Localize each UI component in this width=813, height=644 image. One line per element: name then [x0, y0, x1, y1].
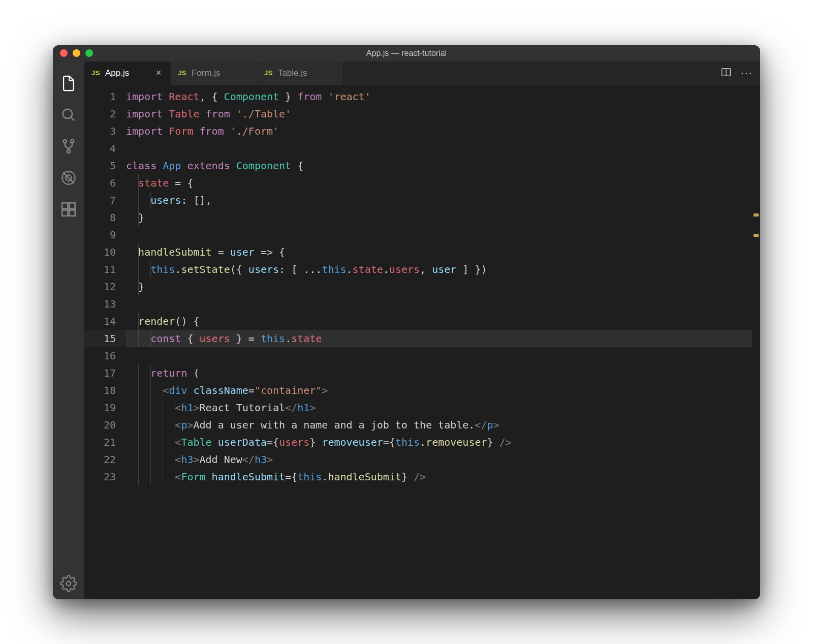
line-number[interactable]: 5 — [84, 157, 116, 174]
window-body: JSApp.js×JSForm.jsJSTable.js ··· 1234567… — [53, 62, 760, 599]
svg-line-6 — [63, 172, 74, 183]
explorer-icon[interactable] — [53, 68, 84, 99]
extensions-icon[interactable] — [53, 194, 84, 225]
indent-guide — [150, 364, 151, 382]
indent-guide — [138, 382, 139, 399]
indent-guide — [150, 330, 151, 347]
line-number[interactable]: 16 — [84, 347, 116, 364]
code-line[interactable] — [126, 140, 752, 157]
line-number[interactable]: 19 — [84, 399, 116, 416]
ruler-mark[interactable] — [754, 213, 759, 217]
code-line[interactable]: import React, { Component } from 'react' — [126, 88, 752, 105]
svg-point-12 — [67, 581, 71, 586]
indent-guide — [163, 451, 163, 468]
titlebar[interactable]: App.js — react-tutorial — [53, 45, 760, 62]
ruler-mark[interactable] — [754, 234, 759, 237]
indent-guide — [175, 399, 175, 416]
code-line[interactable]: } — [126, 278, 752, 295]
code-line[interactable]: <Form handleSubmit={this.handleSubmit} /… — [126, 468, 752, 485]
line-number[interactable]: 13 — [84, 295, 116, 313]
indent-guide — [138, 261, 139, 278]
maximize-window-button[interactable] — [85, 49, 93, 57]
indent-guide — [163, 416, 163, 434]
code-line[interactable]: <p>Add a user with a name and a job to t… — [126, 416, 752, 434]
indent-guide — [138, 278, 139, 295]
code-content[interactable]: import React, { Component } from 'react'… — [126, 85, 752, 599]
indent-guide — [163, 382, 163, 399]
line-number[interactable]: 15 — [84, 330, 116, 347]
code-line[interactable]: import Table from './Table' — [126, 105, 752, 122]
code-line[interactable]: return ( — [126, 364, 752, 382]
line-number[interactable]: 14 — [84, 313, 116, 330]
line-number[interactable]: 1 — [84, 88, 116, 105]
minimize-window-button[interactable] — [73, 49, 80, 57]
code-line[interactable]: <h1>React Tutorial</h1> — [126, 399, 752, 416]
code-line-content: <Form handleSubmit={this.handleSubmit} /… — [126, 468, 426, 485]
indent-guide — [138, 434, 139, 451]
code-editor[interactable]: 1234567891011121314151617181920212223 im… — [84, 85, 760, 599]
code-line[interactable]: } — [126, 209, 752, 226]
tab-app-js[interactable]: JSApp.js× — [84, 62, 171, 85]
editor-window: App.js — react-tutorial — [53, 45, 760, 599]
indent-guide — [150, 468, 151, 485]
split-editor-icon[interactable] — [721, 67, 732, 80]
line-number[interactable]: 18 — [84, 382, 116, 399]
code-line[interactable]: users: [], — [126, 192, 752, 209]
line-number[interactable]: 3 — [84, 122, 116, 140]
code-line[interactable] — [126, 226, 752, 243]
line-number[interactable]: 9 — [84, 226, 116, 243]
debug-icon[interactable] — [53, 162, 84, 194]
line-number[interactable]: 21 — [84, 434, 116, 451]
code-line-content: render() { — [126, 313, 200, 330]
tab-form-js[interactable]: JSForm.js — [171, 62, 257, 85]
close-window-button[interactable] — [60, 49, 68, 57]
more-actions-icon[interactable]: ··· — [741, 68, 753, 79]
close-tab-icon[interactable]: × — [154, 68, 163, 78]
line-number[interactable]: 23 — [84, 468, 116, 485]
code-line-content: <p>Add a user with a name and a job to t… — [126, 416, 499, 434]
code-line[interactable]: this.setState({ users: [ ...this.state.u… — [126, 261, 752, 278]
code-line[interactable]: const { users } = this.state — [126, 330, 752, 347]
code-line[interactable]: state = { — [126, 174, 752, 192]
code-line[interactable]: <Table userData={users} removeuser={this… — [126, 434, 752, 451]
indent-guide — [150, 382, 151, 399]
svg-rect-11 — [69, 203, 75, 208]
code-line[interactable]: class App extends Component { — [126, 157, 752, 174]
overview-ruler[interactable] — [752, 85, 760, 599]
code-line[interactable] — [126, 295, 752, 313]
line-number[interactable]: 20 — [84, 416, 116, 434]
source-control-icon[interactable] — [53, 131, 84, 162]
search-icon[interactable] — [53, 99, 84, 131]
settings-gear-icon[interactable] — [53, 568, 84, 599]
code-line-content: <h3>Add New</h3> — [126, 451, 273, 468]
code-line[interactable]: <h3>Add New</h3> — [126, 451, 752, 468]
indent-guide — [138, 313, 139, 330]
line-number[interactable]: 8 — [84, 209, 116, 226]
indent-guide — [138, 330, 139, 347]
indent-guide — [163, 468, 163, 485]
indent-guide — [175, 434, 175, 451]
line-number[interactable]: 11 — [84, 261, 116, 278]
line-number[interactable]: 2 — [84, 105, 116, 122]
code-line-content: } — [126, 209, 144, 226]
line-number[interactable]: 22 — [84, 451, 116, 468]
line-number[interactable]: 10 — [84, 243, 116, 261]
line-number[interactable]: 12 — [84, 278, 116, 295]
svg-point-4 — [67, 149, 71, 153]
line-number[interactable]: 4 — [84, 140, 116, 157]
indent-guide — [138, 364, 139, 382]
js-file-icon: JS — [178, 69, 186, 77]
code-line[interactable]: import Form from './Form' — [126, 122, 752, 140]
window-controls — [53, 49, 93, 57]
line-number[interactable]: 7 — [84, 192, 116, 209]
tab-bar: JSApp.js×JSForm.jsJSTable.js ··· — [84, 62, 760, 85]
tab-table-js[interactable]: JSTable.js — [257, 62, 343, 85]
line-number[interactable]: 6 — [84, 174, 116, 192]
code-line[interactable]: handleSubmit = user => { — [126, 243, 752, 261]
code-line[interactable]: <div className="container"> — [126, 382, 752, 399]
code-line-content: const { users } = this.state — [126, 330, 322, 347]
code-line[interactable] — [126, 347, 752, 364]
code-line[interactable]: render() { — [126, 313, 752, 330]
line-number[interactable]: 17 — [84, 364, 116, 382]
indent-guide — [138, 192, 139, 209]
